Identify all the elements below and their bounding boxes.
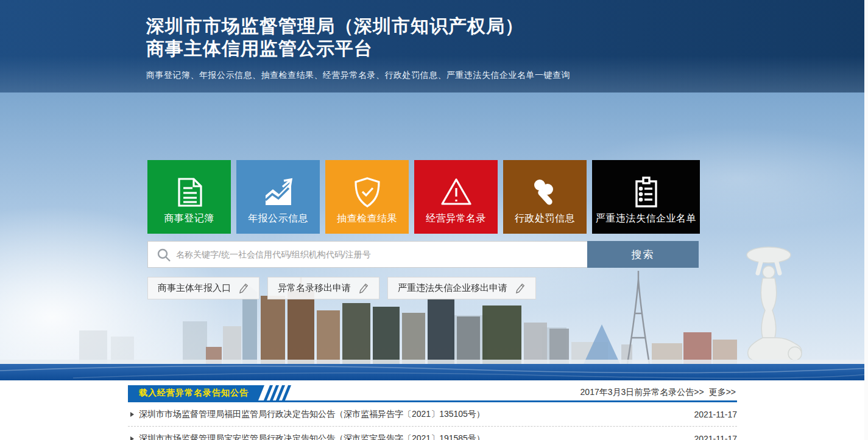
- announcement-date: 2021-11-17: [694, 410, 737, 419]
- abnormal-removal-button[interactable]: 异常名录移出申请: [267, 277, 379, 299]
- announcement-title: 深圳市市场监督管理局福田监管局行政决定告知公告（深市监福异告字〔2021〕135…: [139, 409, 694, 420]
- announcement-tab[interactable]: 载入经营异常名录告知公告: [128, 385, 264, 400]
- clipboard-icon: [629, 175, 664, 210]
- site-subtitle: 商事登记簿、年报公示信息、抽查检查结果、经营异常名录、行政处罚信息、严重违法失信…: [146, 70, 570, 81]
- quick-link-label: 商事主体年报入口: [158, 282, 231, 294]
- shield-check-icon: [350, 175, 385, 210]
- annual-report-entry-button[interactable]: 商事主体年报入口: [147, 277, 259, 299]
- hero-background: 深圳市市场监督管理局（深圳市知识产权局） 商事主体信用监管公示平台 商事登记簿、…: [0, 0, 868, 380]
- list-item[interactable]: 深圳市市场监督管理局宝安监管局行政决定告知公告（深市监宝异告字〔2021〕191…: [128, 427, 737, 440]
- tile-business-register[interactable]: 商事登记簿: [147, 160, 231, 234]
- tile-label: 严重违法失信企业名单: [596, 212, 696, 225]
- quick-link-label: 严重违法失信企业移出申请: [398, 282, 507, 294]
- tile-label: 年报公示信息: [248, 212, 308, 225]
- triangle-bullet-icon: [130, 412, 134, 417]
- tile-label: 商事登记簿: [164, 212, 214, 225]
- page: 深圳市市场监督管理局（深圳市知识产权局） 商事主体信用监管公示平台 商事登记簿、…: [0, 0, 868, 440]
- pencil-icon: [358, 283, 369, 294]
- announcement-date: 2021-11-17: [694, 434, 737, 440]
- search-input[interactable]: [148, 242, 587, 267]
- search-button[interactable]: 搜索: [587, 241, 699, 268]
- quick-link-label: 异常名录移出申请: [278, 282, 351, 294]
- quick-links: 商事主体年报入口 异常名录移出申请 严重违法失信企业移出申请: [147, 277, 536, 299]
- tile-inspection-results[interactable]: 抽查检查结果: [325, 160, 409, 234]
- serious-violation-removal-button[interactable]: 严重违法失信企业移出申请: [387, 277, 536, 299]
- mermaid-statue: [747, 247, 802, 364]
- tile-label: 经营异常名录: [426, 212, 486, 225]
- triangle-bullet-icon: [130, 436, 134, 440]
- site-title-line2: 商事主体信用监管公示平台: [146, 37, 570, 60]
- warning-triangle-icon: [439, 175, 474, 210]
- tile-abnormal-directory[interactable]: 经营异常名录: [414, 160, 498, 234]
- more-link[interactable]: 更多>>: [709, 387, 736, 397]
- tile-label: 行政处罚信息: [515, 212, 575, 225]
- announcement-header-bar: 载入经营异常名录告知公告 2017年3月3日前异常名录公告>>更多>>: [128, 385, 737, 402]
- tile-annual-report[interactable]: 年报公示信息: [236, 160, 320, 234]
- site-title-line1: 深圳市市场监督管理局（深圳市知识产权局）: [146, 15, 570, 37]
- scrollbar[interactable]: [864, 0, 868, 440]
- search-box: [147, 241, 587, 268]
- tile-admin-penalty[interactable]: 行政处罚信息: [503, 160, 587, 234]
- document-icon: [172, 175, 207, 210]
- gavel-icon: [528, 175, 563, 210]
- announcement-list: 深圳市市场监督管理局福田监管局行政决定告知公告（深市监福异告字〔2021〕135…: [128, 402, 737, 440]
- announcement-title: 深圳市市场监督管理局宝安监管局行政决定告知公告（深市监宝异告字〔2021〕191…: [139, 433, 694, 440]
- announcement-section: 载入经营异常名录告知公告 2017年3月3日前异常名录公告>>更多>> 深圳市市…: [128, 385, 737, 440]
- tab-stripes-decoration: [267, 385, 288, 400]
- nav-tiles: 商事登记簿 年报公示信息: [147, 160, 700, 234]
- announcement-links: 2017年3月3日前异常名录公告>>更多>>: [580, 387, 736, 398]
- masthead: 深圳市市场监督管理局（深圳市知识产权局） 商事主体信用监管公示平台 商事登记簿、…: [146, 15, 570, 81]
- tile-serious-violation[interactable]: 严重违法失信企业名单: [592, 160, 700, 234]
- tile-label: 抽查检查结果: [337, 212, 397, 225]
- trend-chart-icon: [261, 175, 296, 210]
- search-bar: 搜索: [147, 241, 699, 268]
- search-icon: [157, 248, 171, 262]
- archive-link[interactable]: 2017年3月3日前异常名录公告>>: [580, 387, 704, 397]
- pencil-icon: [515, 283, 526, 294]
- pencil-icon: [238, 283, 249, 294]
- list-item[interactable]: 深圳市市场监督管理局福田监管局行政决定告知公告（深市监福异告字〔2021〕135…: [128, 402, 737, 427]
